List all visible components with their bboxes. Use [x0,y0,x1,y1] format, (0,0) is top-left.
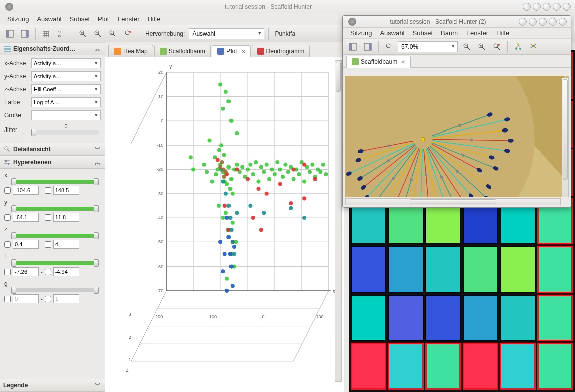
zoom-fit-icon[interactable]: 1 [106,27,120,40]
hp-min-input[interactable] [13,186,39,195]
win2-close[interactable] [559,18,567,26]
prop-select-0[interactable]: Activity a… [31,58,101,68]
treemap-cell[interactable] [463,343,498,390]
zoom-out-icon[interactable] [91,27,104,40]
win2-tree2-icon[interactable] [527,40,540,53]
hp-check-min[interactable] [4,241,11,248]
plot-area[interactable]: 20100-10-20-30-40-50-60-70-200-100010012… [105,57,344,392]
treemap-cell[interactable] [351,343,386,390]
hp-slider-y[interactable] [11,207,99,211]
win2-menu-hilfe[interactable]: Hilfe [492,29,513,37]
hp-check-max[interactable] [45,269,51,275]
layout-left-icon[interactable] [3,27,16,40]
plot-vscroll[interactable] [335,60,342,382]
win2-zoom-select[interactable]: 57.0% [398,41,458,52]
treemap-cell[interactable] [463,246,498,293]
hp-max-input[interactable] [53,240,79,249]
grid-icon[interactable] [40,27,53,40]
menu-auswahl[interactable]: Auswahl [33,15,65,23]
treemap-cell[interactable] [351,246,386,293]
hp-slider-z[interactable] [11,234,99,238]
prop-select-2[interactable]: Hill Coeff… [31,84,101,94]
chevron-up-icon[interactable]: ︽ [94,158,102,166]
hp-check-min[interactable] [4,214,11,221]
zoom-reset-icon[interactable] [122,27,135,40]
treemap-cell[interactable] [537,343,573,390]
win2-menu-fenster[interactable]: Fenster [462,29,492,37]
max-button[interactable] [553,3,561,11]
zoom-in-icon[interactable] [76,27,89,40]
hp-min-input[interactable] [13,213,39,222]
win2-tab-scaffoldbaum[interactable]: Scaffoldbaum ✕ [346,56,411,68]
close-icon[interactable]: ✕ [241,49,245,54]
win2-down[interactable] [539,18,547,26]
win2-hscroll[interactable] [345,198,561,205]
chevron-up-icon[interactable]: ︽ [94,45,102,53]
hp-max-input[interactable] [53,294,79,303]
treemap-cell[interactable] [500,246,535,293]
win2-menu-sitzung[interactable]: Sitzung [346,29,376,37]
hp-check-max[interactable] [45,241,51,248]
menu-sitzung[interactable]: Sitzung [3,15,33,23]
layout-right-icon[interactable] [18,27,31,40]
tab-heatmap[interactable]: HeatMap [108,45,153,57]
treemap-cell[interactable] [537,295,573,342]
panel-legende-header[interactable]: Legende ︾ [0,379,105,392]
down2-button[interactable] [543,3,551,11]
win2-layout-left-icon[interactable] [346,40,359,53]
hp-check-max[interactable] [45,214,51,221]
menu-subset[interactable]: Subset [66,15,94,23]
tab-dendrogramm[interactable]: Dendrogramm [252,45,310,57]
win2-menu-baum[interactable]: Baum [437,29,462,37]
hp-check-min[interactable] [4,269,11,275]
hp-slider-g[interactable] [11,288,99,292]
hp-max-input[interactable] [53,267,79,276]
hp-check-min[interactable] [4,187,11,194]
prop-select-4[interactable]: - [31,110,101,120]
treemap-cell[interactable] [351,295,386,342]
win2-up[interactable] [529,18,537,26]
win2-max[interactable] [549,18,557,26]
win2-vscroll[interactable] [562,78,569,197]
win2-menu-auswahl[interactable]: Auswahl [376,29,408,37]
treemap-cell[interactable] [463,295,498,342]
treemap-cell[interactable] [425,295,461,342]
hp-min-input[interactable] [13,240,39,249]
digits-icon[interactable]: 0110 [55,27,68,40]
tab-scaffoldbaum[interactable]: Scaffoldbaum [154,45,211,57]
win2-zoom-target-icon[interactable] [490,40,503,53]
hp-check-max[interactable] [45,296,51,302]
win2-zoom-out-icon[interactable] [460,40,473,53]
panel-detailansicht-header[interactable]: Detailansicht ︾ [0,143,105,156]
prop-select-1[interactable]: Activity a… [31,71,101,81]
menu-plot[interactable]: Plot [94,15,113,23]
hp-min-input[interactable] [13,294,39,303]
treemap-cell[interactable] [425,246,461,293]
hp-max-input[interactable] [53,186,79,195]
treemap-cell[interactable] [388,295,423,342]
jitter-slider[interactable] [31,130,99,135]
treemap-cell[interactable] [500,343,535,390]
hp-slider-f[interactable] [11,261,99,265]
treemap-cell[interactable] [500,295,535,342]
hp-max-input[interactable] [53,213,79,222]
hp-check-max[interactable] [45,187,51,194]
window2[interactable]: tutorial session - Scaffold Hunter (2) S… [342,15,571,208]
win2-layout-right-icon[interactable] [361,40,374,53]
scaffold-tree-view[interactable] [345,76,569,197]
menu-fenster[interactable]: Fenster [113,15,143,23]
hp-check-min[interactable] [4,296,11,302]
treemap-cell[interactable] [388,246,423,293]
hp-slider-x[interactable] [11,180,99,184]
tab-plot[interactable]: Plot✕ [212,45,251,57]
panel-eigenschafts-header[interactable]: Eigenschafts-Zuord… ︽ [0,42,105,55]
close-icon[interactable]: ✕ [401,59,405,65]
treemap-cell[interactable] [537,246,573,293]
hp-min-input[interactable] [13,267,39,276]
panel-hyperebenen-header[interactable]: Hyperebenen ︽ [0,156,105,169]
win2-tree-icon[interactable] [512,40,525,53]
win2-zoom-icon[interactable] [383,40,396,53]
chevron-down-icon[interactable]: ︾ [94,145,102,153]
up-button[interactable] [533,3,541,11]
treemap-cell[interactable] [425,343,461,390]
